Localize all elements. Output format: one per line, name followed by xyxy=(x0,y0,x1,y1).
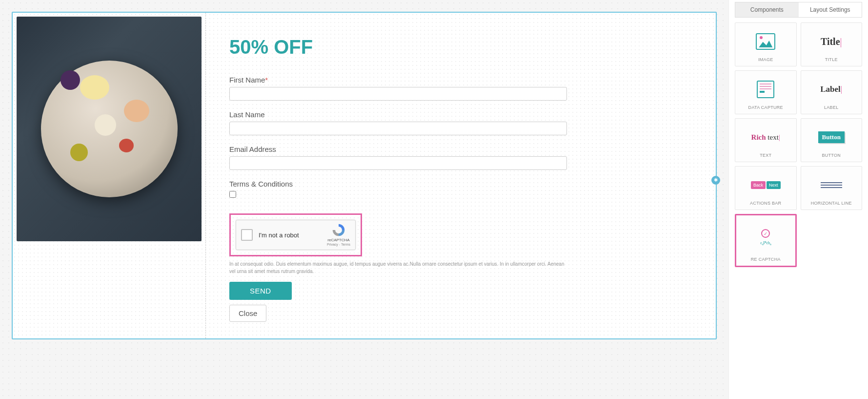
checkmark-circle-icon: ✓ xyxy=(761,229,770,238)
recaptcha-component-icon: ✓ caPtcha xyxy=(760,229,771,246)
first-name-input[interactable] xyxy=(229,87,567,101)
component-actions-bar[interactable]: BackNext ACTIONS BAR xyxy=(735,166,797,210)
title-icon: Title| xyxy=(821,36,842,47)
component-recaptcha[interactable]: ✓ caPtcha RE CAPTCHA xyxy=(735,214,797,267)
component-image[interactable]: IMAGE xyxy=(735,22,797,66)
components-grid: IMAGE Title| TITLE DATA CAPTURE Label| L… xyxy=(735,22,862,267)
editor-canvas-area: ✱ 50% OFF First Name* Last Name Email Ad… xyxy=(0,0,728,399)
sidebar-tabs: Components Layout Settings xyxy=(735,2,862,18)
component-label[interactable]: Label| LABEL xyxy=(801,70,863,114)
horizontal-line-icon xyxy=(821,182,842,188)
field-last-name: Last Name xyxy=(229,110,692,135)
hero-image[interactable] xyxy=(17,17,202,241)
form-column: ✱ 50% OFF First Name* Last Name Email Ad… xyxy=(206,13,716,338)
actions-bar-icon: BackNext xyxy=(751,181,781,189)
label-icon: Label| xyxy=(820,84,842,94)
richtext-icon: Rich text| xyxy=(751,133,780,142)
last-name-label: Last Name xyxy=(229,110,692,119)
tab-layout-settings[interactable]: Layout Settings xyxy=(799,2,862,17)
page-title[interactable]: 50% OFF xyxy=(229,36,692,58)
data-capture-icon xyxy=(757,81,774,98)
image-icon xyxy=(756,33,775,50)
email-input[interactable] xyxy=(229,156,567,170)
field-email: Email Address xyxy=(229,145,692,170)
component-horizontal-line[interactable]: HORIZONTAL LINE xyxy=(801,166,863,210)
sidebar: Components Layout Settings IMAGE Title| … xyxy=(728,0,868,399)
recaptcha-label: I'm not a robot xyxy=(259,231,327,239)
button-icon: Button xyxy=(818,131,845,143)
email-label: Email Address xyxy=(229,145,692,153)
terms-checkbox[interactable] xyxy=(229,191,236,198)
component-button[interactable]: Button BUTTON xyxy=(801,118,863,162)
column-settings-handle[interactable]: ✱ xyxy=(711,176,720,185)
tab-components[interactable]: Components xyxy=(735,2,799,17)
image-column[interactable] xyxy=(13,13,206,338)
form-canvas[interactable]: ✱ 50% OFF First Name* Last Name Email Ad… xyxy=(12,12,717,339)
disclaimer-text[interactable]: In at consequat odio. Duis elementum max… xyxy=(229,260,567,275)
terms-label: Terms & Conditions xyxy=(229,180,692,188)
field-terms: Terms & Conditions xyxy=(229,180,692,200)
component-text[interactable]: Rich text| TEXT xyxy=(735,118,797,162)
recaptcha-logo: reCAPTCHA Privacy - Terms xyxy=(327,223,350,247)
recaptcha-widget: I'm not a robot reCAPTCHA Privacy - Term… xyxy=(236,220,356,250)
recaptcha-component-selected[interactable]: I'm not a robot reCAPTCHA Privacy - Term… xyxy=(229,213,362,256)
first-name-label: First Name* xyxy=(229,76,692,84)
last-name-input[interactable] xyxy=(229,122,567,135)
send-button[interactable]: SEND xyxy=(229,282,292,300)
recaptcha-checkbox[interactable] xyxy=(241,229,253,241)
component-data-capture[interactable]: DATA CAPTURE xyxy=(735,70,797,114)
close-button[interactable]: Close xyxy=(229,305,266,322)
component-title[interactable]: Title| TITLE xyxy=(801,22,863,66)
recaptcha-icon xyxy=(332,223,345,237)
field-first-name: First Name* xyxy=(229,76,692,101)
